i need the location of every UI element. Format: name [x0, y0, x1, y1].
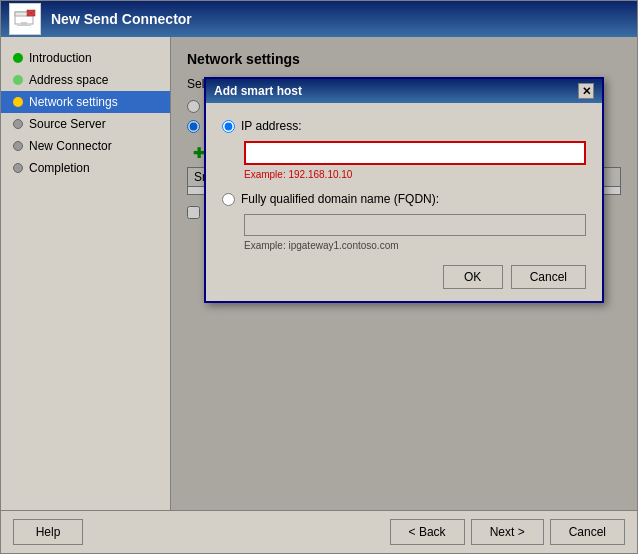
- back-button[interactable]: < Back: [390, 519, 465, 545]
- sidebar-label-network-settings: Network settings: [29, 95, 118, 109]
- main-content: Introduction Address space Network setti…: [1, 37, 637, 510]
- fqdn-radio-label: Fully qualified domain name (FQDN):: [241, 192, 439, 206]
- sidebar-item-address-space[interactable]: Address space: [1, 69, 170, 91]
- ip-example: Example: 192.168.10.10: [244, 169, 586, 180]
- nav-buttons: < Back Next > Cancel: [390, 519, 625, 545]
- cancel-button[interactable]: Cancel: [550, 519, 625, 545]
- ip-radio-input[interactable]: [222, 120, 235, 133]
- fqdn-radio-input[interactable]: [222, 193, 235, 206]
- cancel-modal-button[interactable]: Cancel: [511, 265, 586, 289]
- ip-input-container: [244, 141, 586, 165]
- sidebar-item-new-connector[interactable]: New Connector: [1, 135, 170, 157]
- dot-address-space: [13, 75, 23, 85]
- fqdn-radio-item[interactable]: Fully qualified domain name (FQDN):: [222, 192, 586, 206]
- main-window: New Send Connector Introduction Address …: [0, 0, 638, 554]
- title-bar: New Send Connector: [1, 1, 637, 37]
- window-title: New Send Connector: [51, 11, 192, 27]
- modal-close-button[interactable]: ✕: [578, 83, 594, 99]
- fqdn-example: Example: ipgateway1.contoso.com: [244, 240, 586, 251]
- sidebar-label-source-server: Source Server: [29, 117, 106, 131]
- sidebar-label-address-space: Address space: [29, 73, 108, 87]
- modal-title: Add smart host: [214, 84, 302, 98]
- sidebar-item-completion[interactable]: Completion: [1, 157, 170, 179]
- sidebar: Introduction Address space Network setti…: [1, 37, 171, 510]
- dot-source-server: [13, 119, 23, 129]
- modal-titlebar: Add smart host ✕: [206, 79, 602, 103]
- ip-input[interactable]: [244, 141, 586, 165]
- sidebar-item-source-server[interactable]: Source Server: [1, 113, 170, 135]
- modal-body: IP address: Example: 192.168.10.10 Fully…: [206, 103, 602, 301]
- sidebar-item-introduction[interactable]: Introduction: [1, 47, 170, 69]
- dot-network-settings: [13, 97, 23, 107]
- help-button[interactable]: Help: [13, 519, 83, 545]
- add-smart-host-modal: Add smart host ✕ IP address:: [204, 77, 604, 303]
- sidebar-item-network-settings[interactable]: Network settings: [1, 91, 170, 113]
- ip-radio-label: IP address:: [241, 119, 301, 133]
- sidebar-label-new-connector: New Connector: [29, 139, 112, 153]
- svg-rect-2: [21, 22, 27, 25]
- dot-completion: [13, 163, 23, 173]
- modal-overlay: Add smart host ✕ IP address:: [171, 37, 637, 510]
- ok-button[interactable]: OK: [443, 265, 503, 289]
- fqdn-input-container: [244, 214, 586, 236]
- ip-radio-item[interactable]: IP address:: [222, 119, 586, 133]
- dot-new-connector: [13, 141, 23, 151]
- dot-introduction: [13, 53, 23, 63]
- window-icon: [9, 3, 41, 35]
- sidebar-label-introduction: Introduction: [29, 51, 92, 65]
- next-button[interactable]: Next >: [471, 519, 544, 545]
- fqdn-input[interactable]: [244, 214, 586, 236]
- modal-radio-group: IP address: Example: 192.168.10.10 Fully…: [222, 119, 586, 251]
- bottom-bar: Help < Back Next > Cancel: [1, 510, 637, 553]
- svg-rect-3: [17, 25, 31, 26]
- sidebar-label-completion: Completion: [29, 161, 90, 175]
- content-area: Network settings Select how to send mail…: [171, 37, 637, 510]
- modal-buttons: OK Cancel: [222, 265, 586, 289]
